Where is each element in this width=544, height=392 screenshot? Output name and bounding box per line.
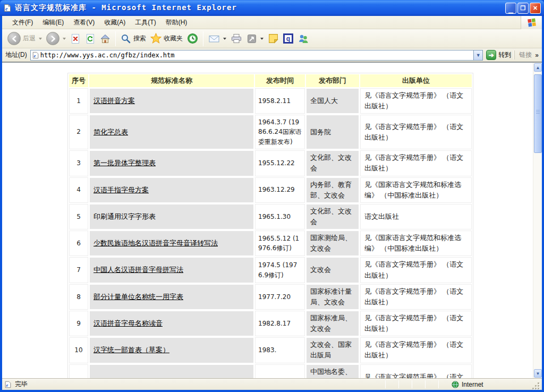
- edit-dropdown-icon: [260, 38, 264, 40]
- row-number-cell: 3: [69, 150, 88, 176]
- row-number-cell: 6: [69, 231, 88, 256]
- standard-name-link[interactable]: 汉语拼音方案: [94, 97, 135, 105]
- menu-view[interactable]: 查看(V): [69, 16, 99, 29]
- standard-name-cell: 第一批异体字整理表: [89, 150, 254, 176]
- history-button[interactable]: [185, 32, 200, 45]
- standard-name-link[interactable]: 部分计量单位名称统一用字表: [94, 293, 183, 301]
- edit-button[interactable]: [244, 32, 266, 45]
- publish-time-cell: 1964.3.7 (1986.6.24国家语委重新发布): [255, 115, 305, 149]
- scroll-up-button[interactable]: ▲: [534, 63, 542, 72]
- back-button[interactable]: 后退: [5, 31, 44, 46]
- standard-name-link[interactable]: 中国人名汉语拼音字母拼写法: [94, 266, 183, 274]
- svg-text:e: e: [6, 382, 8, 387]
- row-number-cell: 8: [69, 284, 88, 310]
- publisher-cell: 见《语言文字规范手册》 （语文出版社）: [360, 115, 472, 149]
- discuss-note-icon: [268, 33, 279, 44]
- publish-dept-cell: 中国地名委、文改会、国家测绘局: [306, 364, 359, 378]
- table-row: 3第一批异体字整理表1955.12.22文化部、文改会见《语言文字规范手册》 （…: [69, 150, 472, 176]
- refresh-button[interactable]: [83, 32, 98, 45]
- back-dropdown-icon: [39, 38, 42, 40]
- q-tool-button[interactable]: q: [281, 32, 295, 45]
- publish-time-cell: 1958.2.11: [255, 88, 305, 114]
- header-publish-time: 发布时间: [255, 74, 305, 87]
- menu-edit[interactable]: 编辑(E): [38, 16, 69, 29]
- links-label[interactable]: 链接: [519, 50, 532, 59]
- minimize-button[interactable]: ▁: [505, 3, 516, 14]
- header-standard-name: 规范标准名称: [89, 74, 254, 87]
- address-dropdown-button[interactable]: ▼: [473, 50, 482, 60]
- publisher-cell: 见《国家语言文字规范和标准选编》 （中国标准出版社）: [360, 177, 472, 203]
- publish-time-cell: 1955.12.22: [255, 150, 305, 176]
- standard-name-cell: 汉语拼音字母名称读音: [89, 311, 254, 336]
- print-button[interactable]: [228, 32, 244, 45]
- vertical-scrollbar[interactable]: ▲ ▼: [533, 63, 542, 378]
- row-number-cell: 9: [69, 311, 88, 336]
- zone-text: Internet: [462, 381, 483, 388]
- standard-name-link[interactable]: 简化字总表: [94, 128, 128, 136]
- row-number-cell: 10: [69, 337, 88, 363]
- publish-time-cell: 1965.1.30: [255, 204, 305, 229]
- home-button[interactable]: [98, 32, 113, 45]
- status-divider: [385, 380, 386, 388]
- links-chevron-icon[interactable]: »: [535, 52, 539, 59]
- publish-dept-cell: 文改会、国家出版局: [306, 337, 359, 363]
- ie-document-icon: e: [3, 4, 12, 12]
- table-header-row: 序号 规范标准名称 发布时间 发布部门 出版单位: [69, 74, 472, 87]
- menu-file[interactable]: 文件(F): [7, 16, 38, 29]
- svg-text:e: e: [5, 6, 8, 12]
- table-row: 5印刷通用汉字字形表1965.1.30文化部、文改会语文出版社: [69, 204, 472, 229]
- publish-dept-cell: 国家测绘局、文改会: [306, 231, 359, 256]
- address-input[interactable]: [39, 51, 474, 59]
- publish-time-cell: 1977.7.20: [255, 284, 305, 310]
- row-number-cell: 4: [69, 177, 88, 203]
- publish-dept-cell: 全国人大: [306, 88, 359, 114]
- maximize-button[interactable]: ❐: [517, 3, 529, 14]
- standard-name-link[interactable]: 汉语拼音字母名称读音: [94, 319, 163, 327]
- search-button[interactable]: 搜索: [118, 32, 148, 45]
- publisher-cell: 见《语言文字规范手册》 （语文出版社）: [360, 337, 472, 363]
- table-row: 2简化字总表1964.3.7 (1986.6.24国家语委重新发布)国务院见《语…: [69, 115, 472, 149]
- row-number-cell: 5: [69, 204, 88, 229]
- edit-icon: [246, 33, 257, 44]
- publish-time-cell: 1984.12.25: [255, 364, 305, 378]
- menu-help[interactable]: 帮助(H): [161, 16, 192, 29]
- standard-name-link[interactable]: 汉字统一部首表（草案）: [94, 346, 169, 354]
- standard-name-cell: 部分计量单位名称统一用字表: [89, 284, 254, 310]
- forward-button[interactable]: [44, 31, 68, 46]
- messenger-button[interactable]: [295, 32, 311, 45]
- close-button[interactable]: ✕: [530, 3, 541, 14]
- standard-name-link[interactable]: 第一批异体字整理表: [94, 159, 156, 167]
- print-icon: [231, 33, 242, 44]
- refresh-icon: [85, 33, 96, 44]
- stop-button[interactable]: [68, 32, 83, 45]
- scrollbar-thumb[interactable]: [534, 74, 542, 153]
- table-row: 10汉字统一部首表（草案）1983.文改会、国家出版局见《语言文字规范手册》 （…: [69, 337, 472, 363]
- publish-dept-cell: 国家标准计量局、文改会: [306, 284, 359, 310]
- table-row: 7中国人名汉语拼音字母拼写法1974.5 (1976.9修订)文改会见《语言文字…: [69, 257, 472, 283]
- row-number-cell: 1: [69, 88, 88, 114]
- table-row: 1汉语拼音方案1958.2.11全国人大见《语言文字规范手册》 （语文出版社）: [69, 88, 472, 114]
- table-row: 4汉语手指字母方案1963.12.29内务部、教育部、文改会见《国家语言文字规范…: [69, 177, 472, 203]
- resize-grip[interactable]: [532, 382, 540, 390]
- standard-name-cell: 汉字统一部首表（草案）: [89, 337, 254, 363]
- scroll-down-button[interactable]: ▼: [534, 369, 542, 378]
- menu-tools[interactable]: 工具(T): [130, 16, 160, 29]
- go-arrow-icon: ➔: [486, 50, 496, 60]
- address-label: 地址(D): [5, 50, 27, 59]
- discuss-button[interactable]: [266, 32, 281, 45]
- publisher-cell: 见《国家语言文字规范和标准选编》 （中国标准出版社）: [360, 231, 472, 256]
- menu-favorites[interactable]: 收藏(A): [99, 16, 130, 29]
- mail-icon: [208, 34, 220, 44]
- favorites-button[interactable]: 收藏夹: [148, 32, 185, 45]
- menu-bar: 文件(F) 编辑(E) 查看(V) 收藏(A) 工具(T) 帮助(H): [2, 16, 542, 29]
- history-icon: [187, 33, 198, 44]
- internet-globe-icon: [452, 381, 459, 388]
- table-row: 6少数民族语地名汉语拼音字母音译转写法1965.5.12 (1976.6修订)国…: [69, 231, 472, 256]
- standard-name-link[interactable]: 少数民族语地名汉语拼音字母音译转写法: [94, 239, 218, 247]
- go-button[interactable]: ➔ 转到: [486, 50, 511, 60]
- standard-name-link[interactable]: 汉语手指字母方案: [94, 186, 149, 194]
- row-number-cell: 7: [69, 257, 88, 283]
- mail-button[interactable]: [206, 33, 228, 45]
- publish-time-cell: 1983.: [255, 337, 305, 363]
- back-icon: [7, 32, 21, 45]
